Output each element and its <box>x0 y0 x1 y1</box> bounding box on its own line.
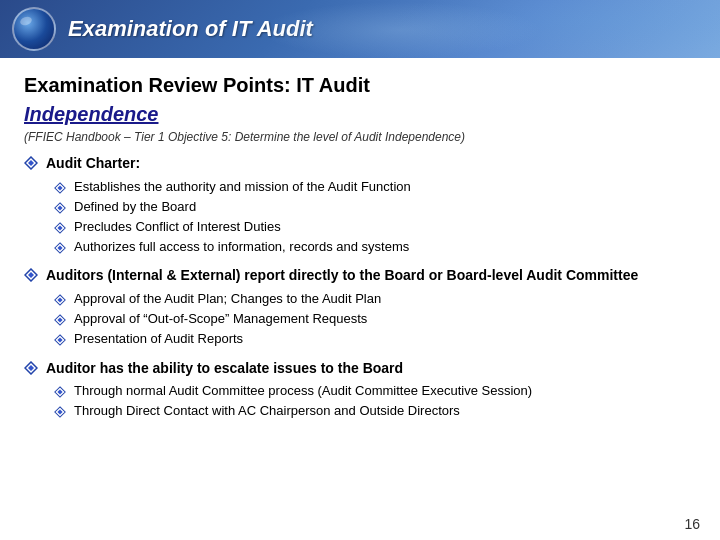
sub-bullet-3-2: Through Direct Contact with AC Chairpers… <box>54 402 696 420</box>
svg-marker-13 <box>57 297 62 302</box>
sub-diamond-icon <box>54 180 68 194</box>
sub-diamond-icon <box>54 312 68 326</box>
svg-marker-3 <box>57 185 62 190</box>
svg-marker-17 <box>57 338 62 343</box>
svg-marker-11 <box>28 272 34 278</box>
diamond-icon-2 <box>24 268 40 284</box>
sub-bullet-1-1-text: Establishes the authority and mission of… <box>74 178 411 196</box>
bullet-section-1: Audit Charter: Establishes the authority… <box>24 154 696 256</box>
main-bullet-1: Audit Charter: <box>24 154 696 174</box>
sub-diamond-icon <box>54 240 68 254</box>
main-bullet-1-text: Audit Charter: <box>46 154 140 174</box>
bullet-section-3: Auditor has the ability to escalate issu… <box>24 359 696 421</box>
sub-bullet-1-3: Precludes Conflict of Interest Duties <box>54 218 696 236</box>
main-content: Examination Review Points: IT Audit Inde… <box>0 58 720 440</box>
svg-marker-23 <box>57 410 62 415</box>
page-title: Examination Review Points: IT Audit <box>24 74 696 97</box>
sub-bullet-1-2: Defined by the Board <box>54 198 696 216</box>
sub-diamond-icon <box>54 384 68 398</box>
page-number: 16 <box>684 516 700 532</box>
sub-bullets-1: Establishes the authority and mission of… <box>54 178 696 257</box>
header-title: Examination of IT Audit <box>68 16 313 42</box>
sub-diamond-icon <box>54 220 68 234</box>
diamond-icon-3 <box>24 361 40 377</box>
sub-bullet-2-2-text: Approval of “Out-of-Scope” Management Re… <box>74 310 367 328</box>
sub-bullet-1-4-text: Authorizes full access to information, r… <box>74 238 409 256</box>
sub-bullet-2-3: Presentation of Audit Reports <box>54 330 696 348</box>
svg-marker-21 <box>57 390 62 395</box>
sub-bullets-3: Through normal Audit Committee process (… <box>54 382 696 420</box>
sub-bullet-2-3-text: Presentation of Audit Reports <box>74 330 243 348</box>
section-title: Independence <box>24 103 696 126</box>
sub-bullet-2-2: Approval of “Out-of-Scope” Management Re… <box>54 310 696 328</box>
diamond-icon-1 <box>24 156 40 172</box>
sub-bullet-2-1-text: Approval of the Audit Plan; Changes to t… <box>74 290 381 308</box>
sub-bullet-1-4: Authorizes full access to information, r… <box>54 238 696 256</box>
main-bullet-2-text: Auditors (Internal & External) report di… <box>46 266 638 286</box>
sub-bullet-3-1-text: Through normal Audit Committee process (… <box>74 382 532 400</box>
sub-bullet-1-3-text: Precludes Conflict of Interest Duties <box>74 218 281 236</box>
svg-marker-1 <box>28 160 34 166</box>
svg-marker-5 <box>57 205 62 210</box>
svg-marker-15 <box>57 318 62 323</box>
bullet-section-2: Auditors (Internal & External) report di… <box>24 266 696 348</box>
sub-bullet-3-2-text: Through Direct Contact with AC Chairpers… <box>74 402 460 420</box>
subtitle: (FFIEC Handbook – Tier 1 Objective 5: De… <box>24 130 696 144</box>
sub-bullet-1-2-text: Defined by the Board <box>74 198 196 216</box>
svg-marker-7 <box>57 225 62 230</box>
sub-bullet-3-1: Through normal Audit Committee process (… <box>54 382 696 400</box>
sub-bullet-1-1: Establishes the authority and mission of… <box>54 178 696 196</box>
sub-bullets-2: Approval of the Audit Plan; Changes to t… <box>54 290 696 349</box>
main-bullet-2: Auditors (Internal & External) report di… <box>24 266 696 286</box>
header: Examination of IT Audit <box>0 0 720 58</box>
sub-diamond-icon <box>54 292 68 306</box>
svg-marker-19 <box>28 365 34 371</box>
sub-diamond-icon <box>54 200 68 214</box>
main-bullet-3-text: Auditor has the ability to escalate issu… <box>46 359 403 379</box>
sub-bullet-2-1: Approval of the Audit Plan; Changes to t… <box>54 290 696 308</box>
sub-diamond-icon <box>54 404 68 418</box>
globe-icon <box>12 7 56 51</box>
main-bullet-3: Auditor has the ability to escalate issu… <box>24 359 696 379</box>
svg-marker-9 <box>57 246 62 251</box>
sub-diamond-icon <box>54 332 68 346</box>
